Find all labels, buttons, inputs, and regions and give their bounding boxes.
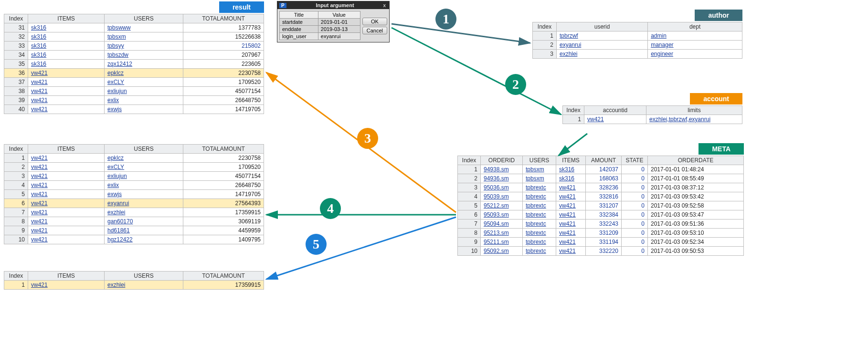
- cell-users[interactable]: tpbrextc: [523, 238, 556, 247]
- cell-items[interactable]: vw421: [556, 238, 586, 247]
- cell-users[interactable]: tpbsxm: [523, 165, 556, 174]
- cell-users[interactable]: exwjs: [105, 105, 183, 114]
- cell-items[interactable]: sk316: [28, 60, 105, 69]
- cell-state: 0: [622, 247, 648, 256]
- cell-dept[interactable]: engineer: [648, 50, 742, 59]
- cell-users[interactable]: exliujun: [105, 172, 183, 181]
- table-row: 1tpbrzwfadmin: [533, 31, 742, 41]
- cell-accountid[interactable]: vw421: [584, 115, 646, 124]
- cell-users[interactable]: epklcz: [105, 69, 183, 78]
- close-icon[interactable]: x: [382, 2, 388, 8]
- cell-items[interactable]: vw421: [556, 247, 586, 256]
- cell-amount: 332220: [586, 247, 622, 256]
- cell-users[interactable]: tpbrextc: [523, 220, 556, 229]
- cancel-button[interactable]: Cancel: [362, 27, 387, 34]
- table-row: 695093.smtpbrextcvw42133238402017-01-03 …: [458, 210, 744, 220]
- cell-index: 33: [4, 42, 28, 51]
- ok-button[interactable]: OK: [362, 18, 387, 25]
- cell-items[interactable]: vw421: [28, 217, 105, 226]
- cell-items[interactable]: vw421: [28, 235, 105, 244]
- cell-users[interactable]: tpbsxm: [523, 174, 556, 183]
- dialog-p-icon: P: [279, 3, 286, 8]
- cell-users[interactable]: hd61861: [105, 226, 183, 235]
- cell-orderid[interactable]: 95212.sm: [481, 201, 523, 210]
- param-value[interactable]: exyanrui: [318, 33, 360, 40]
- cell-items[interactable]: vw421: [28, 69, 105, 78]
- cell-users[interactable]: exwjs: [105, 190, 183, 199]
- cell-items[interactable]: vw421: [28, 181, 105, 190]
- cell-orderid[interactable]: 95093.sm: [481, 210, 523, 220]
- cell-userid[interactable]: tpbrzwf: [557, 31, 648, 41]
- col-amount: AMOUNT: [586, 156, 622, 165]
- cell-users[interactable]: exliujun: [105, 87, 183, 96]
- param-value[interactable]: 2019-03-13: [318, 26, 360, 33]
- cell-index: 38: [4, 87, 28, 96]
- cell-users[interactable]: tpbsyy: [105, 42, 183, 51]
- cell-users[interactable]: exyanrui: [105, 199, 183, 208]
- cell-items[interactable]: vw421: [28, 154, 105, 163]
- cell-userid[interactable]: exyanrui: [557, 41, 648, 50]
- cell-users[interactable]: zqx12412: [105, 60, 183, 69]
- cell-orderid[interactable]: 95036.sm: [481, 183, 523, 192]
- cell-orderid[interactable]: 95211.sm: [481, 238, 523, 247]
- table-row: 31sk316tpbswww1377783: [4, 23, 264, 32]
- cell-items[interactable]: sk316: [556, 165, 586, 174]
- cell-users[interactable]: exlix: [105, 181, 183, 190]
- cell-items[interactable]: vw421: [28, 78, 105, 87]
- cell-items[interactable]: vw421: [28, 96, 105, 105]
- cell-items[interactable]: vw421: [556, 220, 586, 229]
- cell-items[interactable]: vw421: [28, 105, 105, 114]
- cell-users[interactable]: exzhlei: [105, 281, 183, 290]
- cell-state: 0: [622, 220, 648, 229]
- cell-users[interactable]: tpbrextc: [523, 229, 556, 238]
- cell-users[interactable]: tpbrextc: [523, 192, 556, 201]
- cell-items[interactable]: sk316: [28, 42, 105, 51]
- cell-users[interactable]: exzhlei: [105, 208, 183, 217]
- cell-orderid[interactable]: 95039.sm: [481, 192, 523, 201]
- cell-state: 0: [622, 238, 648, 247]
- cell-items[interactable]: vw421: [556, 192, 586, 201]
- cell-users[interactable]: tpbrextc: [523, 210, 556, 220]
- cell-orderid[interactable]: 95094.sm: [481, 220, 523, 229]
- cell-items[interactable]: sk316: [28, 23, 105, 32]
- cell-limits[interactable]: exzhlei,tpbrzwf,exyanrui: [646, 115, 742, 124]
- cell-index: 10: [458, 247, 481, 256]
- cell-index: 5: [4, 190, 28, 199]
- cell-items[interactable]: sk316: [556, 174, 586, 183]
- cell-orderid[interactable]: 94938.sm: [481, 165, 523, 174]
- cell-items[interactable]: vw421: [28, 281, 105, 290]
- cell-items[interactable]: vw421: [28, 199, 105, 208]
- cell-users[interactable]: tpbrextc: [523, 247, 556, 256]
- cell-orderid[interactable]: 95213.sm: [481, 229, 523, 238]
- cell-users[interactable]: exlix: [105, 96, 183, 105]
- cell-users[interactable]: epklcz: [105, 154, 183, 163]
- cell-users[interactable]: tpbrextc: [523, 201, 556, 210]
- cell-items[interactable]: vw421: [28, 87, 105, 96]
- cell-items[interactable]: vw421: [556, 183, 586, 192]
- cell-users[interactable]: tpbszdw: [105, 51, 183, 60]
- cell-items[interactable]: vw421: [28, 190, 105, 199]
- cell-users[interactable]: gan60170: [105, 217, 183, 226]
- param-value[interactable]: 2019-01-01: [318, 19, 360, 26]
- cell-userid[interactable]: exzhlei: [557, 50, 648, 59]
- cell-users[interactable]: tpbrextc: [523, 183, 556, 192]
- cell-items[interactable]: vw421: [556, 201, 586, 210]
- cell-items[interactable]: vw421: [28, 208, 105, 217]
- cell-items[interactable]: vw421: [556, 229, 586, 238]
- cell-index: 4: [4, 181, 28, 190]
- cell-items[interactable]: vw421: [28, 226, 105, 235]
- cell-dept[interactable]: admin: [648, 31, 742, 41]
- cell-items[interactable]: vw421: [28, 163, 105, 172]
- cell-users[interactable]: tpbswww: [105, 23, 183, 32]
- cell-users[interactable]: exCLY: [105, 78, 183, 87]
- cell-orderid[interactable]: 94936.sm: [481, 174, 523, 183]
- cell-orderid[interactable]: 95092.sm: [481, 247, 523, 256]
- cell-items[interactable]: vw421: [28, 172, 105, 181]
- cell-items[interactable]: sk316: [28, 32, 105, 42]
- cell-dept[interactable]: manager: [648, 41, 742, 50]
- cell-users[interactable]: tpbsxm: [105, 32, 183, 42]
- cell-items[interactable]: vw421: [556, 210, 586, 220]
- cell-users[interactable]: hgz12422: [105, 235, 183, 244]
- cell-items[interactable]: sk316: [28, 51, 105, 60]
- cell-users[interactable]: exCLY: [105, 163, 183, 172]
